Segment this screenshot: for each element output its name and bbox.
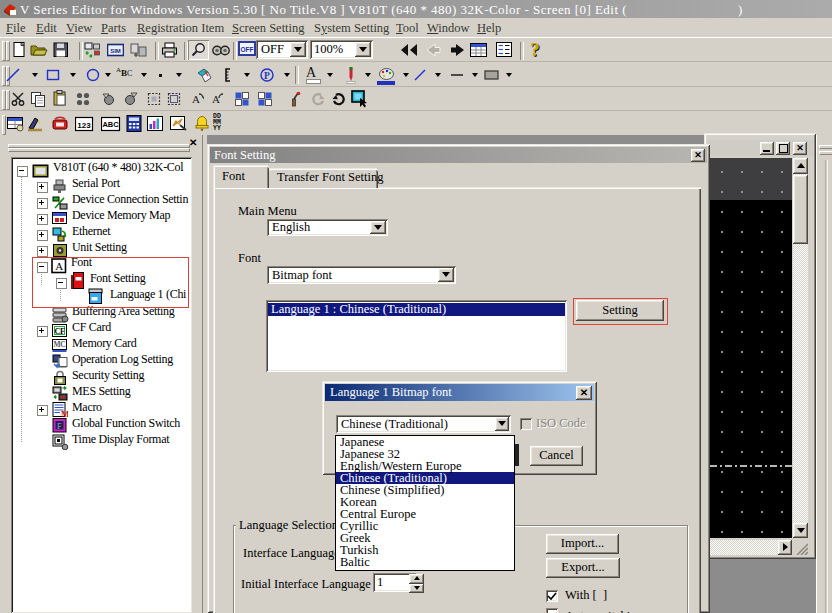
svg-text:ABC: ABC [102,120,119,129]
svg-text:M: M [61,409,68,417]
svg-text:SIM: SIM [110,48,121,54]
svg-text:A: A [192,93,200,105]
svg-text:CF: CF [54,327,64,336]
svg-text:A: A [212,93,220,105]
svg-text:MC: MC [54,340,66,349]
svg-text:OFF: OFF [241,46,254,53]
svg-text:P: P [264,71,270,81]
svg-text:123: 123 [77,121,91,130]
